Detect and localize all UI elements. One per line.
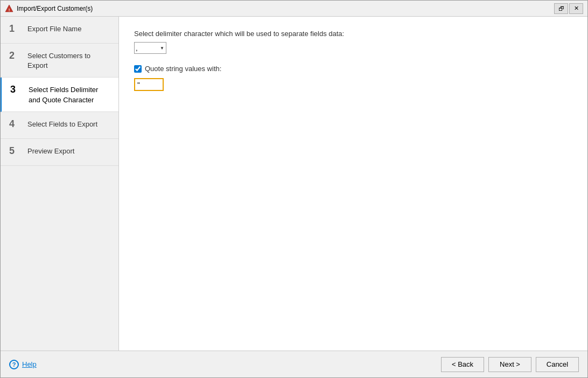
sidebar: 1 Export File Name 2 Select Customers to… (1, 17, 119, 351)
restore-button[interactable]: 🗗 (554, 3, 568, 14)
footer-left: ? Help (9, 360, 441, 369)
step-label-2: Select Customers to Export (27, 50, 110, 71)
help-icon[interactable]: ? (9, 360, 19, 369)
next-button[interactable]: Next > (488, 357, 531, 372)
step-number-2: 2 (9, 50, 22, 62)
delimiter-select-wrapper: , ; | Tab (134, 42, 572, 54)
window-controls: 🗗 ✕ (554, 3, 583, 14)
sidebar-item-3[interactable]: 3 Select Fields Delimiter and Quote Char… (1, 78, 118, 111)
sidebar-item-4[interactable]: 4 Select Fields to Export (1, 112, 118, 139)
content-area: Select delimiter character which will be… (119, 17, 587, 351)
quote-checkbox-label[interactable]: Quote string values with: (145, 65, 221, 73)
step-number-5: 5 (9, 145, 22, 157)
step-label-1: Export File Name (27, 23, 81, 34)
step-label-4: Select Fields to Export (27, 118, 97, 129)
step-number-1: 1 (9, 23, 22, 35)
delimiter-label: Select delimiter character which will be… (134, 30, 572, 38)
main-content: 1 Export File Name 2 Select Customers to… (1, 17, 587, 351)
step-label-5: Preview Export (27, 145, 74, 156)
quote-character-input[interactable] (134, 78, 164, 91)
window-title: Import/Export Customer(s) (17, 5, 554, 12)
sidebar-item-1[interactable]: 1 Export File Name (1, 17, 118, 44)
app-icon: ! (5, 4, 13, 13)
main-window: ! Import/Export Customer(s) 🗗 ✕ 1 Export… (0, 0, 588, 378)
close-button[interactable]: ✕ (569, 3, 583, 14)
content-main: Select delimiter character which will be… (134, 30, 572, 338)
quote-checkbox[interactable] (134, 65, 142, 73)
quote-section: Quote string values with: (134, 65, 572, 91)
delimiter-select[interactable]: , ; | Tab (134, 42, 166, 54)
step-number-4: 4 (9, 118, 22, 130)
step-number-3: 3 (10, 84, 23, 96)
back-button[interactable]: < Back (441, 357, 484, 372)
step-label-3: Select Fields Delimiter and Quote Charac… (29, 84, 110, 104)
sidebar-item-5[interactable]: 5 Preview Export (1, 139, 118, 166)
titlebar: ! Import/Export Customer(s) 🗗 ✕ (1, 1, 587, 17)
delimiter-select-container: , ; | Tab (134, 42, 166, 54)
quote-checkbox-row: Quote string values with: (134, 65, 572, 73)
sidebar-item-2[interactable]: 2 Select Customers to Export (1, 44, 118, 78)
svg-text:!: ! (9, 8, 10, 12)
help-link[interactable]: Help (22, 360, 37, 368)
delimiter-section: Select delimiter character which will be… (134, 30, 572, 54)
footer: ? Help < Back Next > Cancel (1, 351, 587, 377)
cancel-button[interactable]: Cancel (536, 357, 579, 372)
footer-right: < Back Next > Cancel (441, 357, 579, 372)
